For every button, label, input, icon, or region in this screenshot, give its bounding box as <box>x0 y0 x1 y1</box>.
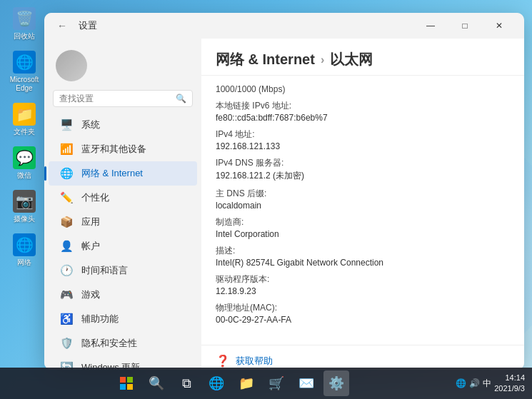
driver-value: 12.18.9.23 <box>216 286 510 296</box>
time-icon: 🕐 <box>60 264 73 277</box>
manufacturer-row: 制造商: Intel Corporation <box>216 216 510 239</box>
sidebar-item-label-system: 系统 <box>81 118 100 131</box>
dns-row: IPv4 DNS 服务器: 192.168.121.2 (未加密) <box>216 157 510 182</box>
minimize-button[interactable]: — <box>414 16 447 36</box>
svg-rect-2 <box>120 384 126 390</box>
breadcrumb: 网络 & Internet › 以太网 <box>216 50 510 69</box>
sidebar-item-label-gaming: 游戏 <box>81 288 100 301</box>
mac-value: 00-0C-29-27-AA-FA <box>216 315 510 325</box>
sidebar-item-label-accounts: 帐户 <box>81 240 100 253</box>
sidebar-item-accessibility[interactable]: ♿ 辅助功能 <box>49 307 197 331</box>
sidebar-item-accounts[interactable]: 👤 帐户 <box>49 234 197 258</box>
settings-window: ← 设置 — □ ✕ 🔍 🖥️ 系统 📶 <box>44 13 524 370</box>
taskbar-clock[interactable]: 14:14 2021/9/3 <box>494 373 525 395</box>
maximize-button[interactable]: □ <box>448 16 481 36</box>
back-button[interactable]: ← <box>53 19 71 33</box>
taskbar-start-area: 🔍 ⧉ 🌐 📁 🛒 ✉️ ⚙️ <box>7 370 456 396</box>
sidebar: 🔍 🖥️ 系统 📶 蓝牙和其他设备 🌐 网络 & Internet ✏️ 个性化… <box>44 39 201 370</box>
desktop-icon-label-files: 文件夹 <box>14 128 35 136</box>
sidebar-item-apps[interactable]: 📦 应用 <box>49 210 197 234</box>
main-content: 网络 & Internet › 以太网 1000/1000 (Mbps) 本地链… <box>201 39 524 370</box>
breadcrumb-part1: 网络 & Internet <box>216 50 315 69</box>
network-tray-icon: 🌐 <box>456 378 466 388</box>
desktop-icon-camera[interactable]: 📷 摄像头 <box>6 190 43 223</box>
ipv6-value: fe80::cd5a:bdff:7687:b6eb%7 <box>216 113 510 123</box>
ipv6-label: 本地链接 IPv6 地址: <box>216 100 510 112</box>
help-icon: ❓ <box>216 354 230 368</box>
taskbar-settings-button[interactable]: ⚙️ <box>323 370 349 396</box>
taskbar-time-value: 14:14 <box>494 373 525 383</box>
sidebar-item-label-privacy: 隐私和安全性 <box>81 337 137 350</box>
windows-logo-icon <box>120 377 133 390</box>
sidebar-item-personalize[interactable]: ✏️ 个性化 <box>49 186 197 210</box>
desktop-icon-edge[interactable]: 🌐 Microsoft Edge <box>6 51 43 93</box>
ipv4-value: 192.168.121.133 <box>216 141 510 151</box>
mac-row: 物理地址(MAC): 00-0C-29-27-AA-FA <box>216 302 510 325</box>
sidebar-item-system[interactable]: 🖥️ 系统 <box>49 113 197 137</box>
ipv6-row: 本地链接 IPv6 地址: fe80::cd5a:bdff:7687:b6eb%… <box>216 100 510 123</box>
taskbar-right-area: 🌐 🔊 中 14:14 2021/9/3 <box>456 373 525 395</box>
sidebar-item-bluetooth[interactable]: 📶 蓝牙和其他设备 <box>49 137 197 161</box>
sidebar-item-privacy[interactable]: 🛡️ 隐私和安全性 <box>49 331 197 355</box>
sidebar-item-time[interactable]: 🕐 时间和语言 <box>49 258 197 283</box>
description-label: 描述: <box>216 245 510 257</box>
speed-value: 1000/1000 (Mbps) <box>216 84 510 94</box>
taskbar-mail-button[interactable]: ✉️ <box>293 370 319 396</box>
desktop-icon-file-manager[interactable]: 📁 文件夹 <box>6 103 43 136</box>
sidebar-item-label-time: 时间和语言 <box>81 264 128 277</box>
mac-label: 物理地址(MAC): <box>216 302 510 314</box>
taskbar-edge-button[interactable]: 🌐 <box>204 370 229 396</box>
accounts-icon: 👤 <box>60 240 73 253</box>
search-icon: 🔍 <box>176 94 186 103</box>
search-input[interactable] <box>59 94 176 103</box>
help-link-text: 获取帮助 <box>236 355 273 368</box>
network-icon: 🌐 <box>60 167 73 180</box>
window-title: 设置 <box>79 19 414 32</box>
privacy-icon: 🛡️ <box>60 337 73 350</box>
dns-suffix-row: 主 DNS 后缀: localdomain <box>216 188 510 211</box>
taskbar-date-value: 2021/9/3 <box>494 383 525 394</box>
dns-suffix-label: 主 DNS 后缀: <box>216 188 510 200</box>
systray: 🌐 🔊 中 <box>456 378 491 390</box>
driver-label: 驱动程序版本: <box>216 273 510 286</box>
desktop-icon-network[interactable]: 🌐 网络 <box>6 233 43 267</box>
svg-rect-3 <box>127 384 133 390</box>
avatar-image <box>56 50 87 81</box>
desktop-icon-label: 回收站 <box>14 32 35 41</box>
manufacturer-label: 制造商: <box>216 216 510 228</box>
apps-icon: 📦 <box>60 216 73 228</box>
bluetooth-icon: 📶 <box>60 143 73 156</box>
search-box[interactable]: 🔍 <box>53 90 193 107</box>
desktop-icon-label-wechat: 微信 <box>17 171 31 180</box>
taskbar-start-button[interactable] <box>114 370 139 396</box>
sidebar-item-gaming[interactable]: 🎮 游戏 <box>49 283 197 307</box>
speed-row: 1000/1000 (Mbps) <box>216 84 510 94</box>
taskbar-taskview-button[interactable]: ⧉ <box>174 370 199 396</box>
help-link[interactable]: ❓ 获取帮助 <box>201 345 524 370</box>
sidebar-item-network[interactable]: 🌐 网络 & Internet <box>49 161 197 186</box>
sidebar-item-label-apps: 应用 <box>81 216 100 228</box>
dns-suffix-value: localdomain <box>216 201 510 211</box>
volume-tray-icon: 🔊 <box>469 378 480 388</box>
breadcrumb-part2: 以太网 <box>330 50 373 69</box>
taskbar-store-button[interactable]: 🛒 <box>264 370 289 396</box>
taskbar-fileexplorer-button[interactable]: 📁 <box>234 370 259 396</box>
desktop-icons: 🗑️ 回收站 🌐 Microsoft Edge 📁 文件夹 💬 微信 📷 摄像头… <box>6 7 43 267</box>
personalize-icon: ✏️ <box>60 191 73 204</box>
window-controls: — □ ✕ <box>414 16 516 36</box>
active-indicator <box>44 166 46 181</box>
taskbar-search-button[interactable]: 🔍 <box>144 370 169 396</box>
desktop-icon-label-camera: 摄像头 <box>14 215 35 223</box>
sidebar-item-label-network: 网络 & Internet <box>81 167 143 180</box>
desktop-icon-label-network: 网络 <box>17 258 31 267</box>
svg-rect-1 <box>127 377 133 383</box>
description-value: Intel(R) 82574L Gigabit Network Connecti… <box>216 258 510 268</box>
sidebar-item-label-bluetooth: 蓝牙和其他设备 <box>81 143 146 156</box>
desktop-icon-recycle-bin[interactable]: 🗑️ 回收站 <box>6 7 43 41</box>
content-area: 🔍 🖥️ 系统 📶 蓝牙和其他设备 🌐 网络 & Internet ✏️ 个性化… <box>44 39 524 370</box>
desktop-icon-wechat[interactable]: 💬 微信 <box>6 146 43 180</box>
breadcrumb-separator: › <box>321 54 324 66</box>
main-header: 网络 & Internet › 以太网 <box>201 39 524 76</box>
lang-indicator[interactable]: 中 <box>483 378 491 390</box>
close-button[interactable]: ✕ <box>483 16 516 36</box>
